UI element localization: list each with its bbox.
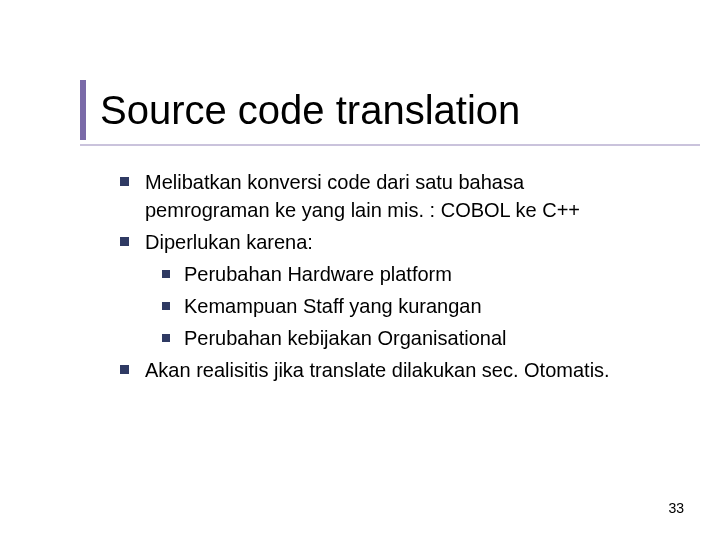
sub-bullet-item: Perubahan Hardware platform	[162, 260, 630, 288]
page-number: 33	[668, 500, 684, 516]
title-underline	[80, 144, 700, 146]
bullet-item-nested: Perubahan Hardware platform Kemampuan St…	[120, 260, 630, 352]
bullet-item: Melibatkan konversi code dari satu bahas…	[120, 168, 630, 224]
bullet-text: Diperlukan karena:	[145, 228, 630, 256]
square-bullet-icon	[120, 177, 129, 186]
sub-bullet-item: Perubahan kebijakan Organisational	[162, 324, 630, 352]
slide: Source code translation Melibatkan konve…	[0, 0, 720, 540]
sub-bullet-list: Perubahan Hardware platform Kemampuan St…	[162, 260, 630, 352]
square-bullet-icon	[162, 270, 170, 278]
square-bullet-icon	[162, 334, 170, 342]
bullet-text: Melibatkan konversi code dari satu bahas…	[145, 168, 630, 224]
slide-title: Source code translation	[100, 90, 520, 130]
square-bullet-icon	[162, 302, 170, 310]
bullet-item: Diperlukan karena:	[120, 228, 630, 256]
slide-body: Melibatkan konversi code dari satu bahas…	[120, 168, 630, 384]
title-accent-bar	[80, 80, 86, 140]
sub-bullet-text: Kemampuan Staff yang kurangan	[184, 292, 630, 320]
square-bullet-icon	[120, 237, 129, 246]
bullet-list: Melibatkan konversi code dari satu bahas…	[120, 168, 630, 384]
square-bullet-icon	[120, 365, 129, 374]
title-wrap: Source code translation	[80, 80, 670, 140]
sub-bullet-text: Perubahan kebijakan Organisational	[184, 324, 630, 352]
bullet-item: Akan realisitis jika translate dilakukan…	[120, 356, 630, 384]
sub-bullet-text: Perubahan Hardware platform	[184, 260, 630, 288]
sub-bullet-item: Kemampuan Staff yang kurangan	[162, 292, 630, 320]
bullet-text: Akan realisitis jika translate dilakukan…	[145, 356, 630, 384]
